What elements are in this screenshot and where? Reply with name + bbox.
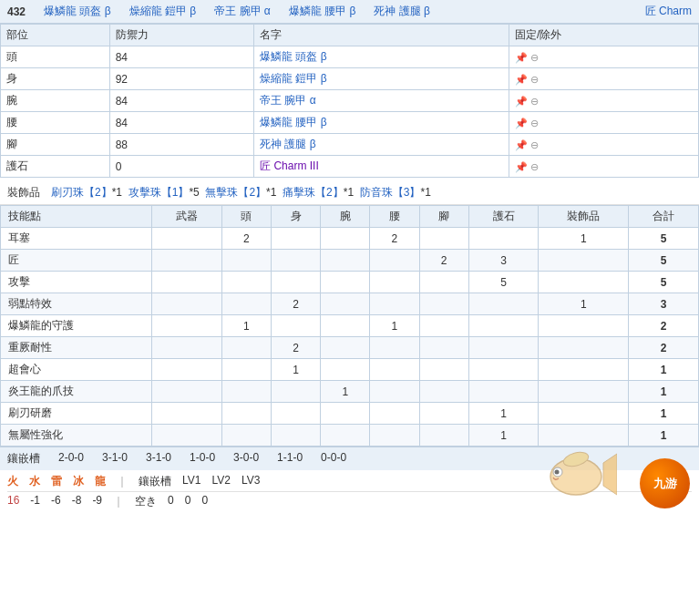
table-row: 腳 88 死神 護腿 β 📌 ⊖ bbox=[1, 134, 699, 156]
def-cell: 92 bbox=[109, 68, 253, 90]
deco-item[interactable]: 無擊珠【2】 bbox=[205, 186, 266, 199]
skill-wep bbox=[152, 315, 222, 337]
skill-body: 1 bbox=[272, 359, 321, 381]
skill-col-name: 技能點 bbox=[1, 206, 152, 228]
svg-marker-1 bbox=[603, 454, 617, 495]
skill-charm: 3 bbox=[468, 250, 539, 272]
skill-charm: 5 bbox=[468, 272, 539, 293]
skill-arm bbox=[321, 403, 370, 425]
fixed-cell[interactable]: 📌 ⊖ bbox=[509, 90, 698, 112]
name-cell[interactable]: 匠 Charm III bbox=[254, 156, 509, 178]
ele-fire-label: 火 bbox=[7, 474, 18, 489]
ele-dragon-label: 龍 bbox=[95, 474, 106, 489]
skill-leg bbox=[419, 359, 468, 381]
skill-waist bbox=[370, 272, 419, 293]
skill-head: 2 bbox=[221, 228, 271, 250]
skill-leg bbox=[419, 315, 468, 337]
skill-arm bbox=[321, 315, 370, 337]
skill-row: 炎王龍的爪技 1 1 bbox=[1, 381, 699, 403]
skill-arm bbox=[321, 272, 370, 293]
name-cell[interactable]: 爆鱗龍 腰甲 β bbox=[254, 112, 509, 134]
skill-deco bbox=[539, 250, 629, 272]
def-cell: 84 bbox=[109, 90, 253, 112]
name-cell[interactable]: 帝王 腕甲 α bbox=[254, 90, 509, 112]
skill-row: 攻擊 5 5 bbox=[1, 272, 699, 293]
skill-name: 無屬性強化 bbox=[1, 425, 152, 447]
lv1-label: LV1 bbox=[182, 474, 200, 489]
fixed-cell[interactable]: 📌 ⊖ bbox=[509, 134, 698, 156]
skill-charm bbox=[468, 381, 539, 403]
skill-leg bbox=[419, 381, 468, 403]
skill-total: 1 bbox=[629, 381, 699, 403]
decoration-row: 裝飾品 刷刃珠【2】*1 攻擊珠【1】*5 無擊珠【2】*1 痛擊珠【2】*1 … bbox=[0, 181, 699, 205]
header-item-4[interactable]: 死神 護腿 β bbox=[374, 4, 430, 19]
skill-row: 耳塞 2 2 1 5 bbox=[1, 228, 699, 250]
skill-deco bbox=[539, 425, 629, 447]
skill-head bbox=[221, 359, 271, 381]
empty-slot-label: 空き bbox=[135, 494, 157, 509]
slot-val-4: 3-0-0 bbox=[233, 451, 259, 467]
col-fixed: 固定/除外 bbox=[509, 25, 698, 46]
skill-leg bbox=[419, 403, 468, 425]
fixed-cell[interactable]: 📌 ⊖ bbox=[509, 46, 698, 68]
skill-row: 弱點特效 2 1 3 bbox=[1, 293, 699, 315]
skill-arm bbox=[321, 293, 370, 315]
slot-val-1: 3-1-0 bbox=[102, 451, 128, 467]
ele-pipe2: ｜ bbox=[113, 494, 124, 509]
ele-water-label: 水 bbox=[29, 474, 40, 489]
header-item-1[interactable]: 燥縮龍 鎧甲 β bbox=[129, 4, 197, 19]
skill-row: 爆鱗龍的守護 1 1 2 bbox=[1, 315, 699, 337]
skill-wep bbox=[152, 293, 222, 315]
skill-total: 1 bbox=[629, 425, 699, 447]
deco-item[interactable]: 痛擊珠【2】 bbox=[283, 186, 344, 199]
skill-leg bbox=[419, 272, 468, 293]
table-row: 身 92 燥縮龍 鎧甲 β 📌 ⊖ bbox=[1, 68, 699, 90]
name-cell[interactable]: 爆鱗龍 頭盔 β bbox=[254, 46, 509, 68]
skill-charm: 1 bbox=[468, 425, 539, 447]
name-cell[interactable]: 死神 護腿 β bbox=[254, 134, 509, 156]
deco-item[interactable]: 防音珠【3】 bbox=[360, 186, 421, 199]
deco-item[interactable]: 攻擊珠【1】 bbox=[128, 186, 190, 199]
skill-leg bbox=[419, 337, 468, 359]
skill-head bbox=[221, 293, 271, 315]
skill-name: 超會心 bbox=[1, 359, 152, 381]
ele-ice-val: -8 bbox=[72, 494, 82, 509]
fixed-cell[interactable]: 📌 ⊖ bbox=[509, 112, 698, 134]
fixed-cell[interactable]: 📌 ⊖ bbox=[509, 156, 698, 178]
name-cell[interactable]: 燥縮龍 鎧甲 β bbox=[254, 68, 509, 90]
skill-waist bbox=[370, 403, 419, 425]
header-item-3[interactable]: 爆鱗龍 腰甲 β bbox=[289, 4, 356, 19]
skill-head bbox=[221, 337, 271, 359]
skill-waist bbox=[370, 359, 419, 381]
skill-total: 1 bbox=[629, 403, 699, 425]
header-item-2[interactable]: 帝王 腕甲 α bbox=[214, 4, 271, 19]
skill-waist bbox=[370, 425, 419, 447]
skill-wep bbox=[152, 425, 222, 447]
skill-waist: 1 bbox=[370, 315, 419, 337]
skill-row: 刷刃研磨 1 1 bbox=[1, 403, 699, 425]
slot-val-2: 3-1-0 bbox=[146, 451, 171, 467]
deco-item[interactable]: 刷刃珠【2】 bbox=[51, 186, 112, 199]
header-charm[interactable]: 匠 Charm bbox=[645, 4, 692, 19]
skill-waist bbox=[370, 381, 419, 403]
total-score: 432 bbox=[7, 5, 26, 18]
skill-body: 2 bbox=[272, 337, 321, 359]
skill-waist bbox=[370, 250, 419, 272]
skill-arm bbox=[321, 359, 370, 381]
skill-body: 2 bbox=[272, 293, 321, 315]
skill-head bbox=[221, 250, 271, 272]
skill-head bbox=[221, 381, 271, 403]
skill-col-deco: 裝飾品 bbox=[539, 206, 629, 228]
table-row: 腰 84 爆鱗龍 腰甲 β 📌 ⊖ bbox=[1, 112, 699, 134]
header-item-0[interactable]: 爆鱗龍 頭盔 β bbox=[44, 4, 111, 19]
ele-dragon-val: -9 bbox=[92, 494, 102, 509]
table-row: 護石 0 匠 Charm III 📌 ⊖ bbox=[1, 156, 699, 178]
skill-deco bbox=[539, 337, 629, 359]
fixed-cell[interactable]: 📌 ⊖ bbox=[509, 68, 698, 90]
skill-col-wep: 武器 bbox=[152, 206, 222, 228]
skill-deco bbox=[539, 359, 629, 381]
skill-total: 5 bbox=[629, 272, 699, 293]
skill-total: 2 bbox=[629, 315, 699, 337]
skill-leg bbox=[419, 425, 468, 447]
skill-deco: 1 bbox=[539, 293, 629, 315]
